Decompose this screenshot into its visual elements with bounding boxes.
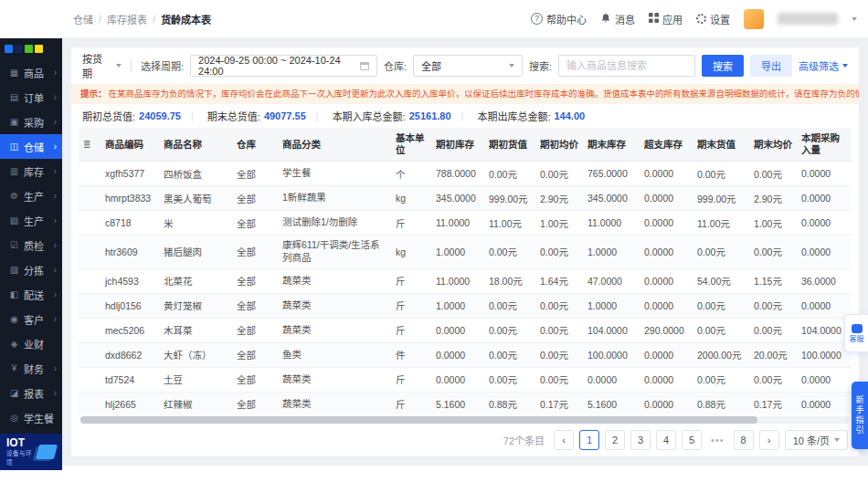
table-row: td7524土豆全部蔬菜类斤0.00000.00元0.00元0.00000.00…	[79, 367, 852, 392]
pagination: 72个条目 ‹ 12345•••8 › 10 条/页	[71, 424, 859, 456]
page-button[interactable]: 8	[734, 430, 754, 450]
sidebar-item-storage[interactable]: ◫仓储›	[0, 134, 62, 159]
cell: 11.0000	[431, 268, 484, 293]
logo-tile	[25, 45, 33, 53]
messages-button[interactable]: 消息	[600, 12, 635, 26]
cell: 999.00元	[693, 186, 749, 211]
help-center-button[interactable]: ? 帮助中心	[531, 12, 587, 26]
chevron-right-icon: ›	[54, 216, 57, 225]
chevron-down-icon[interactable]	[852, 17, 857, 21]
cell: 0.0000	[431, 367, 484, 392]
breadcrumb: 仓储/库存报表/货龄成本表	[73, 12, 211, 26]
sidebar-item-student-meal[interactable]: ◎学生餐	[0, 405, 62, 430]
cell: 36.0000	[797, 268, 852, 293]
cell: 0.88元	[484, 392, 535, 414]
topbar-actions: ? 帮助中心 消息 应用 设置	[531, 9, 857, 29]
sidebar-item-label: 报表	[24, 386, 54, 401]
table-body: xgfh5377四桥饭盒全部学生餐个788.00000.00元0.00元765.…	[79, 162, 852, 414]
cell: 0.00元	[484, 162, 535, 186]
production-icon: ⚙	[8, 191, 20, 201]
export-button[interactable]: 导出	[750, 55, 792, 77]
cell: 20.00元	[749, 342, 797, 367]
sidebar-item-finance[interactable]: ¥财务›	[0, 356, 62, 381]
next-page-button[interactable]: ›	[759, 430, 779, 450]
page-size-select[interactable]: 10 条/页	[785, 430, 848, 450]
sidebar-item-finance-biz[interactable]: ◈业财	[0, 331, 62, 356]
apps-button[interactable]: 应用	[649, 12, 683, 26]
cell: 1新鲜蔬果	[278, 186, 391, 211]
page-button[interactable]: 2	[605, 430, 625, 450]
stat-item: 本期出库总金额:144.00	[451, 109, 586, 123]
cell: 全部	[232, 162, 278, 186]
finance-biz-icon: ◈	[8, 339, 20, 349]
cell: 1.0000	[431, 293, 484, 318]
sidebar-item-report[interactable]: ◪报表›	[0, 381, 62, 405]
prev-page-button[interactable]: ‹	[554, 430, 574, 450]
sidebar-item-order[interactable]: ▤订单›	[0, 85, 62, 110]
settings-button[interactable]: 设置	[696, 12, 730, 26]
breadcrumb-item[interactable]: 仓储	[73, 12, 93, 26]
stat-value: 144.00	[555, 110, 586, 121]
page-button[interactable]: 4	[656, 430, 676, 450]
stat-label: 期末总货值:	[207, 109, 260, 123]
cell: 0.0000	[640, 236, 693, 268]
breadcrumb-separator: /	[153, 14, 155, 25]
cell: 18.00元	[484, 268, 535, 293]
sidebar-item-customer[interactable]: ◉客户›	[0, 307, 62, 331]
table-wrapper: ≣ 商品编码商品名称仓库商品分类基本单位期初库存期初货值期初均价期末库存超支库存…	[71, 128, 859, 414]
table-row: mec5206木耳菜全部蔬菜类斤0.00000.00元0.00元104.0000…	[79, 318, 852, 342]
cell: 0.0000	[640, 268, 693, 293]
advanced-filter-label: 高级筛选	[799, 58, 839, 73]
scrollbar-thumb[interactable]	[80, 416, 757, 424]
sidebar-item-sorting[interactable]: ▨分拣›	[0, 257, 62, 282]
cell: 1.0000	[583, 293, 640, 318]
cell: kg	[391, 186, 431, 211]
cell: 11.0000	[431, 211, 484, 236]
beginner-guide-float-button[interactable]: 新手指引	[852, 382, 868, 449]
sidebar-item-production[interactable]: ⚙生产›	[0, 183, 62, 208]
cell: 54.00元	[693, 268, 749, 293]
breadcrumb-item[interactable]: 库存报表	[107, 12, 147, 26]
date-range-input[interactable]: 2024-09-25 00:00 ~ 2024-10-24 24:00	[190, 55, 377, 77]
column-settings-icon[interactable]: ≣	[83, 139, 90, 149]
sidebar-item-label: 学生餐	[24, 411, 57, 425]
horizontal-scrollbar[interactable]	[80, 416, 850, 424]
avatar[interactable]	[744, 9, 764, 29]
chevron-right-icon: ›	[54, 364, 57, 373]
pagination-pages: 12345•••8	[579, 430, 754, 450]
row-leading-cell	[79, 392, 101, 414]
sidebar-item-label: 仓储	[24, 140, 54, 154]
gear-icon	[696, 14, 706, 24]
warehouse-select[interactable]: 全部	[413, 55, 523, 77]
advanced-filter-link[interactable]: 高级筛选	[799, 58, 848, 73]
table-row: jch4593北菜花全部蔬菜类斤11.000018.00元1.64元47.000…	[79, 268, 852, 293]
cell: 全部	[232, 367, 278, 392]
sidebar-item-label: 分拣	[24, 263, 54, 278]
sidebar-item-production-2[interactable]: ▧生产›	[0, 208, 62, 233]
row-leading-cell	[79, 211, 101, 236]
search-button[interactable]: 搜索	[702, 55, 744, 77]
chevron-right-icon: ›	[54, 241, 57, 250]
cell: 斤	[391, 211, 431, 236]
cell: 0.00元	[749, 318, 797, 342]
customer-service-float-button[interactable]: 客服	[844, 314, 868, 352]
sidebar-item-purchase[interactable]: ▣采购›	[0, 110, 62, 134]
chevron-down-icon	[509, 64, 514, 68]
cell: 全部	[232, 268, 278, 293]
search-input[interactable]	[558, 55, 695, 77]
mode-dropdown[interactable]: 按货期	[82, 51, 122, 80]
sidebar-item-inventory[interactable]: ▥库存›	[0, 159, 62, 183]
sidebar-item-label: 采购	[24, 115, 54, 130]
sidebar-item-quality[interactable]: ☑质检›	[0, 233, 62, 257]
page-button[interactable]: 1	[579, 430, 599, 450]
table-row: dxd8662大虾（冻）全部鱼类件0.00000.00元0.00元100.000…	[79, 342, 852, 367]
page-button[interactable]: 3	[630, 430, 651, 450]
app-logo	[0, 38, 62, 60]
cell: 0.0000	[640, 162, 693, 186]
column-header: 仓库	[232, 128, 278, 162]
sidebar-item-goods[interactable]: ▦商品›	[0, 60, 62, 85]
page-button[interactable]: 5	[682, 430, 702, 450]
sidebar-item-delivery[interactable]: ◧配送›	[0, 282, 62, 307]
cell: 康辉611/干调类/生活系列商品	[278, 236, 391, 268]
table-header-row: ≣ 商品编码商品名称仓库商品分类基本单位期初库存期初货值期初均价期末库存超支库存…	[79, 128, 852, 162]
